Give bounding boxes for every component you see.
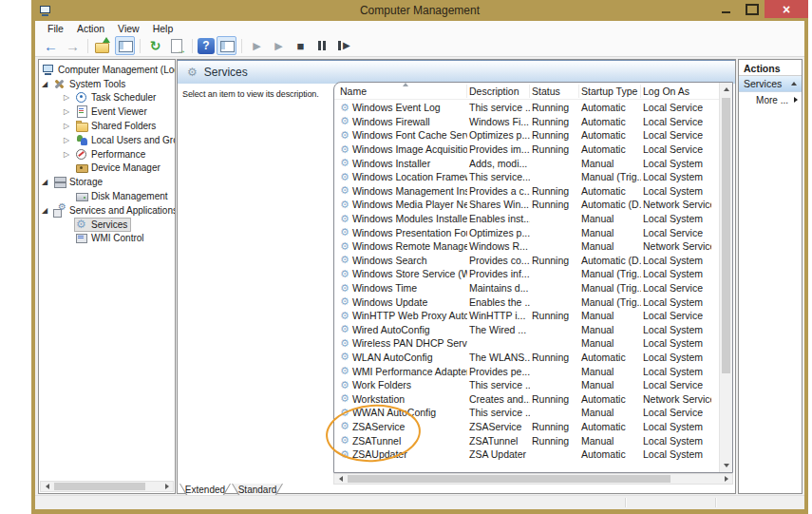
tree-item-device-manager[interactable]: Device Manager: [39, 162, 175, 176]
expand-icon[interactable]: [64, 107, 75, 116]
table-row[interactable]: Windows Search Provides co... Running Au…: [334, 254, 719, 268]
separator: [189, 36, 196, 55]
list-vertical-scrollbar[interactable]: [719, 83, 732, 472]
table-row[interactable]: Work Folders This service ... Manual Loc…: [334, 378, 719, 392]
table-row[interactable]: Windows Management Inst... Provides a c.…: [334, 184, 719, 199]
forward-icon[interactable]: [63, 36, 83, 55]
resume-service-icon[interactable]: [269, 36, 289, 55]
scrollbar-thumb[interactable]: [54, 483, 145, 490]
table-row[interactable]: Wireless PAN DHCP Server Manual Local Sy…: [334, 336, 719, 351]
expand-icon[interactable]: [64, 150, 75, 159]
table-row[interactable]: Windows Update Enables the ... Manual (T…: [334, 295, 719, 309]
collapse-icon[interactable]: [42, 178, 53, 186]
service-startup-type: Automatic (D...: [579, 199, 641, 210]
expand-icon[interactable]: [64, 93, 75, 102]
tree-item-event-viewer[interactable]: Event Viewer: [39, 105, 175, 119]
scroll-left-icon[interactable]: [41, 482, 53, 491]
table-row[interactable]: Windows Remote Manage... Windows R... Ma…: [334, 239, 719, 254]
table-row[interactable]: Windows Time Maintains d... Manual (Trig…: [334, 281, 719, 295]
table-row[interactable]: Windows Presentation Fou... Optimizes p.…: [334, 225, 719, 239]
service-log-on-as: Local Service: [641, 143, 711, 155]
scrollbar-thumb[interactable]: [722, 98, 730, 373]
column-header[interactable]: Description: [467, 85, 530, 98]
service-startup-type: Manual: [579, 366, 641, 377]
table-row[interactable]: WLAN AutoConfig The WLANS... Running Aut…: [334, 351, 719, 365]
scrollbar-thumb[interactable]: [348, 475, 670, 483]
list-horizontal-scrollbar[interactable]: [333, 473, 733, 485]
start-service-icon[interactable]: [247, 36, 267, 55]
menu-view[interactable]: View: [111, 23, 146, 34]
menu-help[interactable]: Help: [146, 23, 180, 34]
restart-service-icon[interactable]: [334, 36, 354, 55]
scroll-right-icon[interactable]: [161, 482, 173, 491]
tree-item-task-scheduler[interactable]: Task Scheduler: [39, 91, 175, 105]
tree-item-computer-management[interactable]: Computer Management (Local): [39, 63, 175, 77]
users-groups-icon: [75, 134, 89, 146]
tree-item-performance[interactable]: Performance: [39, 147, 175, 162]
actions-more-item[interactable]: More ...: [739, 92, 802, 107]
service-startup-type: Automatic: [579, 421, 641, 432]
table-row[interactable]: Windows Event Log This service ... Runni…: [334, 101, 719, 115]
tree-item-local-users-and-groups[interactable]: Local Users and Groups: [39, 133, 175, 147]
tree-item-system-tools[interactable]: System Tools: [39, 77, 175, 91]
table-row[interactable]: Windows Store Service (WS... Provides in…: [334, 267, 719, 281]
help-icon[interactable]: [198, 38, 215, 54]
collapse-section-icon[interactable]: [791, 82, 797, 86]
tree-item-wmi-control[interactable]: WMI Control: [39, 232, 175, 246]
export-list-icon[interactable]: [167, 36, 187, 55]
table-row[interactable]: WWAN AutoConfig This service ... Manual …: [334, 406, 719, 420]
scroll-down-icon[interactable]: [720, 459, 732, 472]
service-startup-type: Manual: [579, 379, 641, 390]
table-row[interactable]: Windows Font Cache Service Optimizes p..…: [334, 128, 719, 143]
column-header[interactable]: Startup Type: [579, 85, 641, 98]
tree-horizontal-scrollbar[interactable]: [40, 481, 174, 492]
show-console-tree-icon[interactable]: [115, 36, 135, 55]
folder-up-icon[interactable]: [93, 36, 113, 55]
table-row[interactable]: Windows Modules Installer Enables inst..…: [334, 212, 719, 226]
event-viewer-icon: [75, 105, 89, 118]
collapse-icon[interactable]: [42, 80, 53, 88]
table-row[interactable]: Windows Media Player Net... Shares Win..…: [334, 198, 719, 212]
table-row[interactable]: Windows Installer Adds, modi... Manual L…: [334, 156, 719, 170]
refresh-icon[interactable]: [145, 36, 165, 55]
back-icon[interactable]: [41, 36, 61, 55]
table-row[interactable]: ZSAService ZSAService Running Automatic …: [334, 420, 719, 434]
expand-icon[interactable]: [64, 136, 75, 144]
column-header[interactable]: Log On As: [641, 85, 711, 98]
menu-action[interactable]: Action: [70, 23, 111, 34]
table-row[interactable]: ZSATunnel ZSATunnel Running Manual Local…: [334, 433, 719, 447]
minimize-button[interactable]: [713, 0, 739, 18]
pause-service-icon[interactable]: [312, 36, 332, 55]
service-name: Windows Management Inst...: [352, 185, 467, 197]
table-row[interactable]: Wired AutoConfig The Wired ... Manual Lo…: [334, 323, 719, 337]
stop-service-icon[interactable]: [291, 36, 311, 55]
tree-item-services[interactable]: Services: [39, 218, 175, 232]
service-gear-icon: [340, 338, 349, 349]
scroll-left-icon[interactable]: [334, 474, 347, 484]
table-row[interactable]: Windows Image Acquisitio... Provides im.…: [334, 143, 719, 157]
tree-item-shared-folders[interactable]: Shared Folders: [39, 119, 175, 133]
table-row[interactable]: Windows Location Framew... This service.…: [334, 170, 719, 184]
service-name: Work Folders: [352, 379, 411, 390]
tree-item-storage[interactable]: Storage: [39, 175, 175, 189]
show-actions-pane-icon[interactable]: [217, 36, 236, 55]
menu-file[interactable]: File: [41, 23, 70, 34]
table-row[interactable]: ZSAUpdater ZSA Updater Automatic Local S…: [334, 447, 719, 462]
close-button[interactable]: [765, 0, 808, 18]
service-name: Windows Event Log: [352, 102, 441, 113]
expand-icon[interactable]: [64, 122, 75, 130]
maximize-button[interactable]: [739, 0, 765, 18]
collapse-icon[interactable]: [42, 206, 53, 215]
service-name: Windows Media Player Net...: [352, 199, 467, 210]
actions-services-section[interactable]: Services: [739, 76, 802, 92]
table-row[interactable]: Workstation Creates and... Running Autom…: [334, 391, 719, 406]
column-header[interactable]: Status: [530, 85, 579, 98]
scroll-right-icon[interactable]: [720, 474, 732, 484]
tree-item-services-and-applications[interactable]: Services and Applications: [39, 203, 175, 218]
service-startup-type: Manual: [579, 435, 641, 447]
table-row[interactable]: WMI Performance Adapter Provides pe... M…: [334, 364, 719, 378]
tree-item-disk-management[interactable]: Disk Management: [39, 189, 175, 203]
scroll-up-icon[interactable]: [720, 83, 732, 96]
table-row[interactable]: Windows Firewall Windows Fi... Running A…: [334, 115, 719, 129]
table-row[interactable]: WinHTTP Web Proxy Auto-... WinHTTP i... …: [334, 309, 719, 323]
